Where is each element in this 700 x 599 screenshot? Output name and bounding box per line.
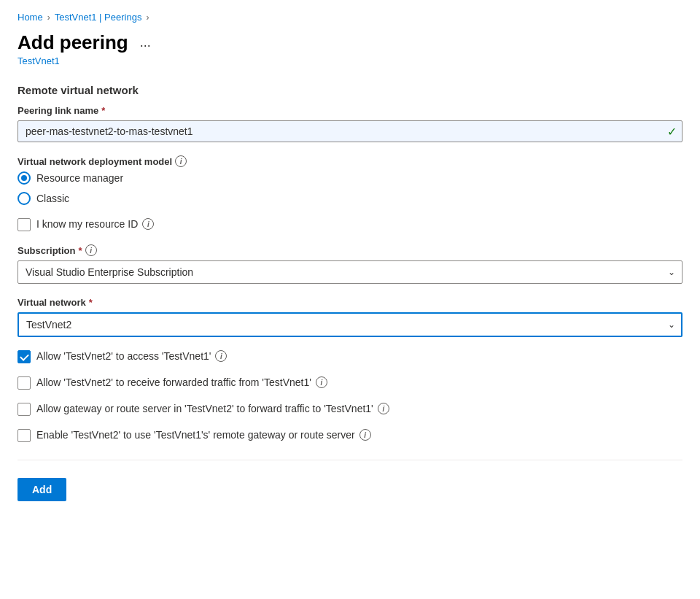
checkbox-allow-access-row: Allow 'TestVnet2' to access 'TestVnet1' … — [18, 350, 682, 363]
enable-gateway-label[interactable]: Enable 'TestVnet2' to use 'TestVnet1's' … — [36, 429, 371, 441]
subscription-select[interactable]: Visual Studio Enterprise Subscription — [18, 260, 682, 284]
input-check-icon: ✓ — [667, 125, 677, 139]
allow-gateway-checkbox[interactable] — [18, 403, 31, 416]
breadcrumb-home[interactable]: Home — [18, 12, 43, 23]
remote-vnet-section-title: Remote virtual network — [18, 84, 682, 96]
breadcrumb-sep-1: › — [47, 12, 50, 23]
subscription-group: Subscription * i Visual Studio Enterpris… — [18, 244, 682, 284]
radio-resource-manager-input[interactable] — [18, 171, 31, 185]
checkbox-allow-gateway-row: Allow gateway or route server in 'TestVn… — [18, 403, 682, 416]
enable-gateway-checkbox[interactable] — [18, 429, 31, 442]
breadcrumb-sep-2: › — [146, 12, 149, 23]
checkbox-enable-gateway-row: Enable 'TestVnet2' to use 'TestVnet1's' … — [18, 429, 682, 442]
virtual-network-required: * — [89, 297, 93, 308]
page-subtitle: TestVnet1 — [18, 55, 682, 66]
radio-classic-input[interactable] — [18, 192, 31, 205]
peering-link-input[interactable] — [18, 120, 682, 142]
resource-id-checkbox[interactable] — [18, 218, 31, 231]
peering-link-required: * — [101, 105, 105, 116]
resource-id-row: I know my resource ID i — [18, 218, 682, 231]
radio-resource-manager[interactable]: Resource manager — [18, 171, 682, 185]
virtual-network-select[interactable]: TestVnet2 — [18, 312, 682, 337]
subscription-select-wrapper: Visual Studio Enterprise Subscription ⌄ — [18, 260, 682, 284]
ellipsis-button[interactable]: ... — [136, 34, 155, 52]
allow-access-checkbox[interactable] — [18, 350, 31, 363]
page-title: Add peering — [18, 31, 128, 54]
resource-id-group: I know my resource ID i — [18, 218, 682, 231]
checkboxes-group: Allow 'TestVnet2' to access 'TestVnet1' … — [18, 350, 682, 442]
deployment-model-radio-group: Resource manager Classic — [18, 171, 682, 205]
allow-access-info-icon[interactable]: i — [215, 350, 227, 362]
radio-resource-manager-label: Resource manager — [36, 172, 123, 184]
resource-id-label[interactable]: I know my resource ID i — [36, 218, 154, 230]
allow-access-label[interactable]: Allow 'TestVnet2' to access 'TestVnet1' … — [36, 350, 227, 362]
radio-classic[interactable]: Classic — [18, 192, 682, 205]
virtual-network-select-wrapper: TestVnet2 ⌄ — [18, 312, 682, 337]
checkbox-allow-forwarded-row: Allow 'TestVnet2' to receive forwarded t… — [18, 376, 682, 390]
add-button[interactable]: Add — [18, 478, 66, 501]
allow-gateway-info-icon[interactable]: i — [378, 403, 389, 414]
divider — [18, 460, 682, 460]
deployment-model-label: Virtual network deployment model i — [18, 155, 682, 167]
allow-forwarded-checkbox[interactable] — [18, 376, 31, 390]
breadcrumb-peerings[interactable]: TestVnet1 | Peerings — [55, 12, 142, 23]
peering-link-label: Peering link name * — [18, 105, 682, 116]
radio-classic-label: Classic — [36, 193, 69, 204]
deployment-model-group: Virtual network deployment model i Resou… — [18, 155, 682, 205]
enable-gateway-info-icon[interactable]: i — [359, 429, 371, 441]
peering-link-input-wrapper: ✓ — [18, 120, 682, 142]
resource-id-info-icon[interactable]: i — [142, 218, 154, 230]
subscription-required: * — [78, 245, 82, 256]
subscription-info-icon[interactable]: i — [85, 244, 97, 256]
deployment-model-info-icon[interactable]: i — [175, 155, 187, 167]
allow-gateway-label[interactable]: Allow gateway or route server in 'TestVn… — [36, 403, 389, 414]
allow-forwarded-label[interactable]: Allow 'TestVnet2' to receive forwarded t… — [36, 376, 327, 388]
peering-link-group: Peering link name * ✓ — [18, 105, 682, 142]
virtual-network-group: Virtual network * TestVnet2 ⌄ — [18, 297, 682, 337]
allow-forwarded-info-icon[interactable]: i — [316, 376, 327, 388]
subscription-label: Subscription * i — [18, 244, 682, 256]
page-title-row: Add peering ... — [18, 31, 682, 54]
breadcrumb: Home › TestVnet1 | Peerings › — [18, 12, 682, 23]
virtual-network-label: Virtual network * — [18, 297, 682, 308]
